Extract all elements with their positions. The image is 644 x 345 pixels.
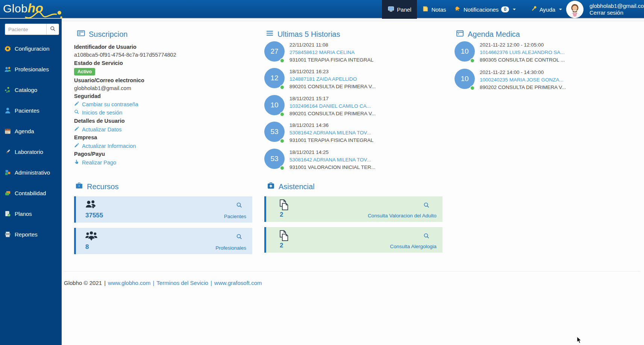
entry-date: 18/11/2021 16:23	[289, 68, 376, 75]
entry-date: 22/11/2021 11:08	[289, 41, 373, 49]
sidebar-item-reportes[interactable]: Reportes	[0, 229, 62, 239]
patient-link[interactable]: 53081642 ADRIANA MILENA TOV...	[289, 129, 373, 137]
login-history-link[interactable]: Inicios de sesión	[74, 109, 122, 116]
copy-pages-icon	[279, 230, 289, 243]
zoom-icon[interactable]	[236, 202, 242, 210]
professionals-group-icon	[85, 231, 98, 243]
entry-date: 18/11/2021 15:17	[289, 95, 376, 102]
status-dot	[280, 85, 285, 90]
footer-link-grafosoft[interactable]: www.grafosoft.com	[214, 280, 262, 286]
person-icon	[4, 107, 11, 114]
status-dot	[280, 139, 285, 143]
entry-service: 890201 CONSULTA DE PRIMERA V...	[289, 110, 376, 118]
sidebar-item-label: Reportes	[15, 231, 38, 238]
recursos-card-pacientes[interactable]: 37555 Pacientes	[74, 196, 252, 223]
printer-icon	[4, 231, 11, 238]
nav-notificaciones[interactable]: Notificaciones 0	[452, 0, 518, 19]
calendar-outline-icon	[456, 29, 464, 39]
status-dot	[470, 86, 475, 90]
nav-notas[interactable]: Notas	[417, 0, 452, 19]
footer-divider	[64, 271, 640, 271]
asistencial-card-valoracion[interactable]: 2 Consulta Valoracion del Adulto	[264, 196, 442, 222]
footer-link-terminos[interactable]: Terminos del Sevicio	[156, 280, 208, 286]
patient-link[interactable]: 1000240235 MARIA JOSE GONZA...	[480, 76, 566, 84]
blocks-icon	[4, 169, 11, 176]
sidebar-item-label: Pacientes	[15, 107, 39, 114]
brand-part1: Glob	[3, 2, 27, 15]
nav-ayuda-label: Ayuda	[539, 6, 555, 13]
update-company-link[interactable]: Actualizar Informacion	[74, 143, 136, 149]
pay-hand-icon	[74, 159, 79, 166]
test-tube-icon	[4, 148, 11, 155]
sidebar-item-administrativo[interactable]: Administrativo	[0, 167, 62, 177]
patient-link[interactable]: 1014662376 LUIS ALEJANDRO SA...	[480, 49, 565, 56]
sidebar-item-contabilidad[interactable]: Contabilidad	[0, 188, 62, 198]
globho-dashboard: Panel Notas Notificaciones 0 Ayuda	[0, 0, 644, 345]
sidebar-item-agenda[interactable]: Agenda	[0, 126, 62, 136]
field-label: Empresa	[74, 134, 97, 140]
mouse-cursor	[577, 336, 582, 345]
gear-icon	[4, 45, 11, 52]
sidebar-item-catalogo[interactable]: Catalogo	[0, 85, 62, 95]
make-payment-link[interactable]: Realizar Pago	[74, 159, 116, 166]
chevron-down-icon	[513, 9, 516, 10]
field-label: Seguridad	[74, 93, 101, 99]
entry-service: 931001 VALORACION INICIAL TER...	[289, 164, 376, 171]
zoom-icon[interactable]	[423, 233, 430, 241]
entry-date: 18/11/2021 14:36	[289, 122, 373, 129]
nav-panel[interactable]: Panel	[382, 0, 417, 19]
recursos-card-profesionales[interactable]: 8 Profesionales	[74, 228, 252, 254]
sidebar-item-label: Contabilidad	[15, 190, 46, 196]
nav-panel-label: Panel	[397, 6, 411, 13]
sidebar-item-label: Configuracion	[15, 45, 50, 52]
field-label: Estado de Servicio	[74, 60, 123, 66]
patient-search-button[interactable]	[46, 24, 59, 35]
section-suscripcion-title: Suscripcion	[77, 29, 127, 39]
patient-link[interactable]: 124887181 ZAIDA APELLIDO	[289, 75, 376, 83]
chevron-down-icon	[559, 9, 562, 10]
status-dot	[280, 58, 285, 63]
entry-date: 2021-11-22 14:00 - 14:30:00	[480, 69, 566, 76]
patient-link[interactable]: 53081642 ADRIANA MILENA TOV...	[289, 156, 376, 164]
subscription-card-icon	[77, 29, 85, 39]
cards-icon	[4, 190, 11, 197]
patient-search-input[interactable]	[5, 24, 46, 35]
content-top-strip	[62, 20, 644, 22]
field-label: Detalles de Usuario	[74, 118, 125, 124]
wrench-icon	[530, 6, 537, 13]
field-label: Usuario/Correo electronico	[74, 77, 144, 83]
footer-link-globho[interactable]: www.globho.com	[108, 280, 150, 286]
logout-link[interactable]: Cerrar sesión	[589, 9, 644, 16]
people-icon	[4, 66, 11, 73]
entry-service: 890305 CONSULTA DE CONTROL ...	[480, 56, 565, 64]
nav-ayuda[interactable]: Ayuda	[531, 0, 562, 19]
calendar-icon	[4, 128, 11, 135]
zoom-icon[interactable]	[236, 234, 242, 241]
status-dot	[470, 58, 475, 63]
sidebar-item-configuracion[interactable]: Configuracion	[0, 44, 62, 53]
sidebar-item-pacientes[interactable]: Pacientes	[0, 105, 62, 115]
consulta-count: 2	[280, 211, 283, 218]
sidebar-item-profesionales[interactable]: Profesionales	[0, 64, 62, 74]
patient-link[interactable]: 2758458612 MARIA CELINA	[289, 49, 373, 56]
card-label: Consulta Valoracion del Adulto	[368, 213, 436, 218]
user-session-block[interactable]: globholab1@gmail.com Cerrar sesión	[589, 3, 644, 16]
change-password-link[interactable]: Cambiar su contraseña	[74, 101, 138, 107]
section-agenda-title: Agenda Medica	[456, 29, 520, 39]
patient-link[interactable]: 1032496164 DANIEL CAMILO CA...	[289, 102, 376, 110]
user-email-value: globholab1@gmail.com	[74, 85, 131, 91]
field-label: Identificador de Usuario	[74, 44, 136, 50]
nav-notificaciones-label: Notificaciones	[464, 6, 499, 13]
asistencial-card-alergologia[interactable]: 2 Consulta Alergologia	[264, 227, 442, 253]
briefcase-icon	[75, 182, 83, 191]
update-data-link[interactable]: Actualizar Datos	[74, 126, 122, 133]
user-email: globholab1@gmail.com	[589, 3, 644, 9]
patients-count: 37555	[85, 212, 103, 219]
top-navbar: Panel Notas Notificaciones 0 Ayuda	[0, 0, 644, 19]
sidebar-item-planos[interactable]: Planos	[0, 209, 62, 218]
user-avatar[interactable]	[566, 1, 583, 18]
sidebar-item-laboratorio[interactable]: Laboratorio	[0, 147, 62, 157]
entry-date: 18/11/2021 14:25	[289, 149, 376, 156]
brand-logo[interactable]: Globho	[3, 1, 67, 20]
zoom-icon[interactable]	[423, 202, 430, 210]
